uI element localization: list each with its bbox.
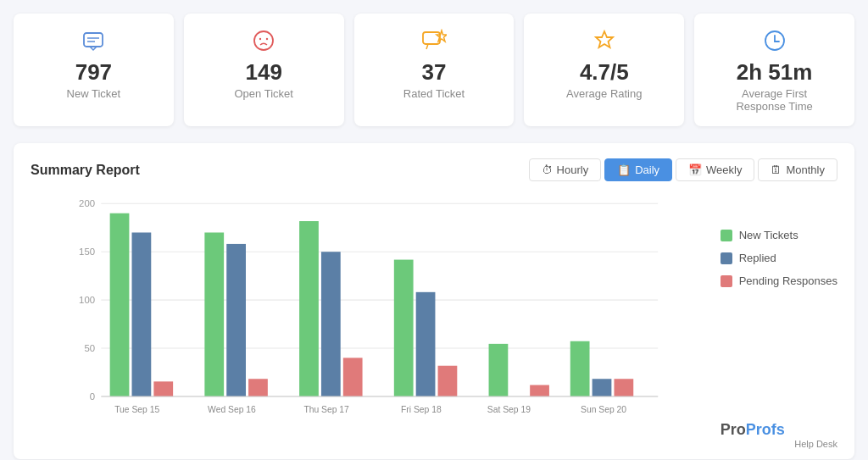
- bar: [110, 213, 130, 396]
- bar: [530, 385, 549, 396]
- bar: [299, 221, 319, 396]
- avg-response-number: 2h 51m: [737, 59, 813, 86]
- chat-star-icon: [421, 27, 447, 54]
- legend-pending: Pending Responses: [721, 274, 837, 287]
- svg-text:Fri Sep 18: Fri Sep 18: [401, 405, 442, 414]
- bar: [614, 379, 633, 396]
- svg-text:200: 200: [79, 199, 95, 209]
- stats-row: 797 New Ticket 149 Open Ticket 37 Rated …: [14, 14, 854, 126]
- svg-text:Tue Sep 15: Tue Sep 15: [114, 405, 159, 414]
- monthly-icon: 🗓: [771, 163, 782, 176]
- legend-label-new-tickets: New Tickets: [739, 229, 798, 241]
- open-ticket-label: Open Ticket: [235, 87, 293, 100]
- svg-text:Thu Sep 17: Thu Sep 17: [303, 405, 349, 414]
- bar: [226, 244, 246, 396]
- stat-card-open-ticket: 149 Open Ticket: [184, 14, 344, 126]
- new-ticket-label: New Ticket: [67, 87, 121, 100]
- legend-dot-replied: [721, 252, 732, 264]
- weekly-icon: 📅: [688, 163, 702, 176]
- legend-dot-new-tickets: [721, 230, 732, 241]
- logo-profs: Profs: [746, 421, 785, 438]
- svg-point-5: [266, 38, 268, 40]
- bar: [593, 379, 612, 396]
- rated-ticket-number: 37: [422, 59, 447, 86]
- bar: [204, 233, 224, 396]
- report-section: Summary Report ⏱ Hourly 📋 Daily 📅 Weekly…: [14, 143, 854, 459]
- tab-hourly[interactable]: ⏱ Hourly: [529, 158, 602, 181]
- avg-rating-number: 4.7/5: [580, 59, 629, 86]
- tab-group: ⏱ Hourly 📋 Daily 📅 Weekly 🗓 Monthly: [529, 158, 837, 181]
- daily-icon: 📋: [617, 163, 631, 176]
- tab-monthly[interactable]: 🗓 Monthly: [758, 158, 837, 181]
- logo-sub: Help Desk: [721, 439, 837, 449]
- tab-weekly-label: Weekly: [706, 163, 742, 176]
- bar: [132, 233, 152, 396]
- stat-card-rated-ticket: 37 Rated Ticket: [354, 14, 515, 126]
- chart-legend: New Tickets Replied Pending Responses Pr…: [721, 195, 837, 449]
- star-icon: [593, 27, 616, 54]
- logo-area: ProProfs Help Desk: [721, 370, 837, 449]
- svg-text:0: 0: [90, 391, 95, 402]
- tab-daily-label: Daily: [635, 163, 659, 176]
- rated-ticket-label: Rated Ticket: [403, 87, 465, 100]
- clock-icon: [763, 27, 787, 54]
- bar: [416, 292, 436, 396]
- chat-icon: [81, 27, 105, 54]
- sad-icon: [252, 27, 275, 54]
- avg-response-label: Average FirstResponse Time: [736, 87, 812, 113]
- svg-text:50: 50: [84, 343, 95, 353]
- svg-text:Wed Sep 16: Wed Sep 16: [208, 405, 256, 414]
- legend-dot-pending: [721, 275, 732, 287]
- legend-label-replied: Replied: [739, 252, 776, 264]
- chart-container: 200 150 100 50 0 Tue Sep 15: [31, 195, 837, 449]
- svg-point-3: [254, 31, 273, 50]
- tab-hourly-label: Hourly: [557, 163, 589, 176]
- svg-text:Sat Sep 19: Sat Sep 19: [487, 405, 531, 414]
- logo: ProProfs: [721, 421, 837, 439]
- stat-card-avg-response: 2h 51m Average FirstResponse Time: [694, 14, 854, 126]
- tab-daily[interactable]: 📋 Daily: [604, 158, 672, 181]
- bar-chart: 200 150 100 50 0 Tue Sep 15: [31, 195, 707, 449]
- tab-monthly-label: Monthly: [786, 163, 825, 176]
- bar: [321, 252, 341, 396]
- open-ticket-number: 149: [246, 59, 282, 86]
- bar: [153, 382, 173, 397]
- legend-replied: Replied: [721, 252, 837, 264]
- bar: [394, 260, 414, 396]
- svg-text:Sun Sep 20: Sun Sep 20: [581, 405, 626, 414]
- svg-marker-8: [596, 31, 613, 47]
- report-title: Summary Report: [31, 163, 140, 178]
- svg-point-4: [259, 38, 261, 40]
- svg-rect-0: [84, 33, 103, 47]
- hourly-icon: ⏱: [542, 163, 553, 176]
- new-ticket-number: 797: [75, 59, 112, 86]
- bar: [438, 366, 458, 396]
- bar: [248, 379, 268, 396]
- legend-new-tickets: New Tickets: [721, 229, 837, 241]
- bar: [489, 344, 509, 396]
- stat-card-avg-rating: 4.7/5 Average Rating: [524, 14, 684, 126]
- logo-pro: Pro: [721, 421, 746, 438]
- bar: [343, 358, 363, 397]
- avg-rating-label: Average Rating: [566, 87, 642, 100]
- svg-text:100: 100: [79, 295, 95, 305]
- stat-card-new-ticket: 797 New Ticket: [14, 14, 174, 126]
- report-header: Summary Report ⏱ Hourly 📋 Daily 📅 Weekly…: [31, 158, 837, 181]
- legend-label-pending: Pending Responses: [739, 274, 837, 287]
- tab-weekly[interactable]: 📅 Weekly: [676, 158, 754, 181]
- chart-area: 200 150 100 50 0 Tue Sep 15: [31, 195, 707, 449]
- svg-text:150: 150: [79, 247, 95, 258]
- bar: [570, 341, 590, 396]
